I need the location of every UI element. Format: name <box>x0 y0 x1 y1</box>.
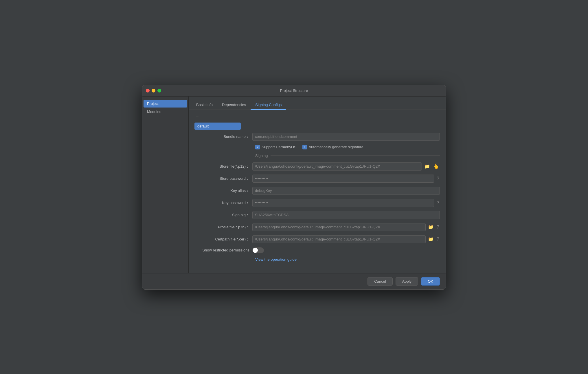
apply-button[interactable]: Apply <box>396 277 418 286</box>
tab-signing-configs[interactable]: Signing Configs <box>251 100 286 110</box>
signing-divider: Signing <box>194 153 440 158</box>
sign-alg-input[interactable] <box>252 211 440 219</box>
key-password-row: Key password： ? <box>194 199 440 207</box>
tab-dependencies[interactable]: Dependencies <box>217 100 251 110</box>
sidebar-item-modules[interactable]: Modules <box>144 108 187 116</box>
key-alias-label: Key alias： <box>194 188 252 193</box>
key-password-label: Key password： <box>194 200 252 205</box>
store-password-help-button[interactable]: ? <box>436 175 440 182</box>
auto-signature-checkbox[interactable] <box>302 145 307 149</box>
store-password-input[interactable] <box>252 175 434 183</box>
sign-alg-label: Sign alg： <box>194 212 252 218</box>
ok-button[interactable]: OK <box>421 277 440 286</box>
profile-file-wrapper: 📁 ? <box>252 223 440 231</box>
profile-file-input[interactable] <box>252 223 426 231</box>
maximize-button[interactable] <box>157 89 161 92</box>
key-password-wrapper: ? <box>252 199 440 207</box>
store-password-label: Store password： <box>194 176 252 181</box>
minimize-button[interactable] <box>152 89 155 92</box>
restricted-permissions-row: Show restricted permissions <box>194 247 440 253</box>
store-file-row: Store file(*.p12)： 📁 🫰 <box>194 162 440 171</box>
form-section: Bundle name： Support HarmonyOS Automatic… <box>194 130 440 269</box>
sign-alg-row: Sign alg： <box>194 211 440 219</box>
cancel-button[interactable]: Cancel <box>368 277 392 286</box>
bundle-name-row: Bundle name： <box>194 133 440 141</box>
footer: Cancel Apply OK <box>142 273 446 289</box>
store-file-label: Store file(*.p12)： <box>194 164 252 169</box>
store-file-fingerprint-button[interactable]: 🫰 <box>432 163 440 170</box>
right-panel: Basic Info Dependencies Signing Configs … <box>189 97 446 273</box>
bundle-name-input[interactable] <box>252 133 440 141</box>
auto-signature-group: Automatically generate signature <box>302 145 363 149</box>
store-password-row: Store password： ? <box>194 175 440 183</box>
store-password-wrapper: ? <box>252 175 440 183</box>
config-list-item-default[interactable]: default <box>194 123 241 130</box>
bundle-name-label: Bundle name： <box>194 134 252 139</box>
sidebar: Project Modules <box>142 97 189 273</box>
operation-guide-link[interactable]: View the operation guide <box>255 257 297 262</box>
add-config-button[interactable]: + <box>194 114 200 120</box>
title-bar: Project Structure <box>142 85 446 97</box>
signing-section-label: Signing <box>194 153 271 158</box>
certpath-file-row: Certpath file(*.cer)： 📁 ? <box>194 235 440 243</box>
remove-config-button[interactable]: − <box>202 114 208 120</box>
certpath-file-help-button[interactable]: ? <box>436 236 440 242</box>
key-alias-row: Key alias： <box>194 187 440 195</box>
list-controls: + − <box>194 114 440 120</box>
key-password-help-button[interactable]: ? <box>436 200 440 206</box>
key-alias-input[interactable] <box>252 187 440 195</box>
support-harmonyos-label: Support HarmonyOS <box>262 145 297 149</box>
window-body: Project Modules Basic Info Dependencies … <box>142 97 446 273</box>
profile-file-help-button[interactable]: ? <box>436 224 440 230</box>
window-title: Project Structure <box>280 88 308 93</box>
divider-line <box>271 155 440 156</box>
auto-signature-label: Automatically generate signature <box>309 145 363 149</box>
sidebar-item-project[interactable]: Project <box>144 100 187 108</box>
profile-file-browse-button[interactable]: 📁 <box>427 224 434 230</box>
certpath-file-input[interactable] <box>252 235 426 243</box>
content-area: + − default Bundle name： <box>189 110 446 273</box>
profile-file-row: Profile file(*.p7b)： 📁 ? <box>194 223 440 231</box>
project-structure-window: Project Structure Project Modules Basic … <box>142 85 446 290</box>
checkboxes-row: Support HarmonyOS Automatically generate… <box>194 145 440 149</box>
store-file-input[interactable] <box>252 162 422 171</box>
certpath-file-browse-button[interactable]: 📁 <box>427 236 434 242</box>
profile-file-label: Profile file(*.p7b)： <box>194 225 252 230</box>
tabs-bar: Basic Info Dependencies Signing Configs <box>189 97 446 110</box>
restricted-permissions-toggle[interactable] <box>252 247 264 253</box>
traffic-lights <box>146 89 161 92</box>
support-harmonyos-group: Support HarmonyOS <box>255 145 297 149</box>
tab-basic-info[interactable]: Basic Info <box>192 100 217 110</box>
store-file-wrapper: 📁 🫰 <box>252 162 440 171</box>
key-password-input[interactable] <box>252 199 434 207</box>
certpath-file-wrapper: 📁 ? <box>252 235 440 243</box>
support-harmonyos-checkbox[interactable] <box>255 145 260 149</box>
certpath-file-label: Certpath file(*.cer)： <box>194 237 252 242</box>
restricted-permissions-label: Show restricted permissions <box>194 248 252 252</box>
operation-guide-row: View the operation guide <box>194 257 440 262</box>
close-button[interactable] <box>146 89 150 92</box>
store-file-browse-button[interactable]: 📁 <box>424 163 431 170</box>
